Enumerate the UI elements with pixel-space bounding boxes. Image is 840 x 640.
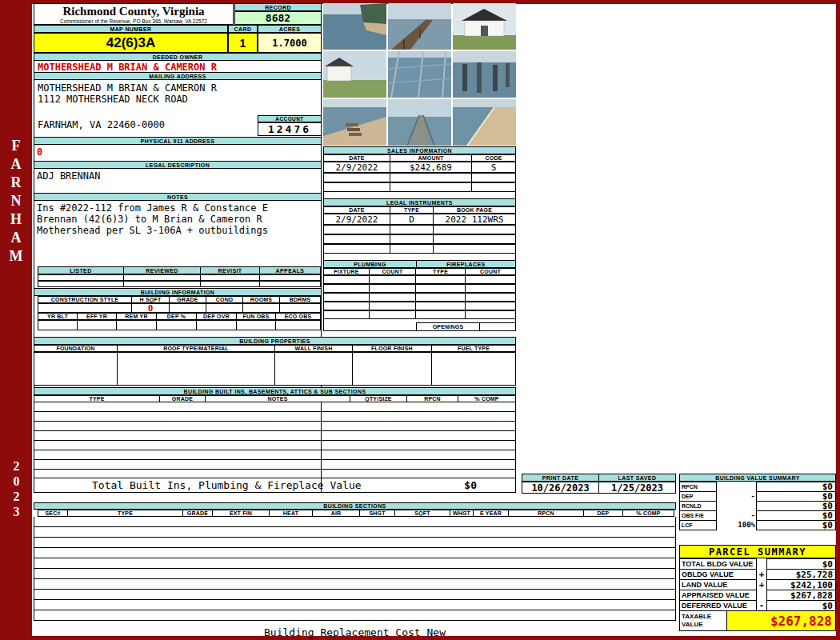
sales-date-header: DATE [323, 154, 390, 162]
physical-911-value: 0 [37, 146, 42, 158]
plumbing-empty-row [323, 302, 516, 310]
mailing-line-3: FARNHAM, VA 22460-0000 [38, 119, 165, 130]
property-photo-9[interactable] [453, 99, 516, 146]
openings-value [479, 322, 516, 331]
sec-num-header: SEC# [38, 510, 68, 517]
instrument-empty-row [323, 225, 516, 234]
acres-value: 1.7000 [258, 33, 322, 53]
record-value: 8682 [234, 11, 322, 25]
section-empty-row [34, 558, 675, 569]
building-sections-rows [34, 517, 676, 621]
acres-label: ACRES [258, 25, 322, 33]
card-year: 2023 [9, 459, 23, 520]
grade-header: GRADE [169, 296, 206, 303]
ext-fin-header: EXT FIN [212, 510, 270, 517]
built-ins-empty-row [34, 431, 515, 441]
property-photo-3[interactable] [453, 3, 516, 50]
e-year-header: E YEAR [473, 510, 509, 517]
property-photo-5[interactable] [388, 51, 451, 98]
bdrms-header: BDRMS [279, 296, 321, 303]
section-type-header: TYPE [67, 510, 183, 517]
sales-information-label: SALES INFORMATION [323, 146, 516, 154]
builtins-notes-header: NOTES [205, 395, 350, 402]
cond-header: COND [206, 296, 243, 303]
parcel-summary: TOTAL BLDG VALUE $0 OBLDG VALUE + $25,72… [679, 558, 836, 631]
instrument-bookpage-value: 2022 112WRS [433, 214, 516, 225]
parcel-row-value: $25,728 [766, 569, 836, 580]
builtins-grade-header: GRADE [159, 395, 206, 402]
sales-amount-header: AMOUNT [390, 154, 472, 162]
sales-amount-value: $242,689 [390, 162, 472, 173]
parcel-row-op: + [756, 579, 767, 590]
parcel-row-label: APPRAISED VALUE [679, 590, 757, 601]
parcel-row-value: $242,100 [766, 579, 836, 590]
property-photo-1[interactable] [323, 3, 386, 50]
heat-header: HEAT [269, 510, 313, 517]
parcel-row-op [756, 590, 767, 601]
account-label: ACCOUNT [258, 115, 322, 122]
whgt-header: WHGT [450, 510, 474, 517]
building-info-empty-row [38, 320, 321, 330]
rooms-header: ROOMS [242, 296, 280, 303]
parcel-summary-label: PARCEL SUMMARY [679, 545, 836, 558]
plumbing-empty-row [323, 275, 516, 284]
built-ins-empty-row [34, 422, 515, 431]
card-label: CARD [228, 25, 258, 33]
legal-instruments-label: LEGAL INSTRUMENTS [323, 198, 516, 206]
mailing-line-2: 1112 MOTHERSHEAD NECK ROAD [38, 94, 188, 105]
sqft-header: SQFT [394, 510, 450, 517]
notes-label: NOTES [34, 193, 322, 201]
last-saved-value: 1/25/2023 [598, 482, 676, 494]
taxable-value-label: TAXABLE VALUE [679, 610, 727, 631]
fireplace-count-header: COUNT [465, 268, 516, 275]
built-ins-empty-row [34, 441, 515, 450]
property-photo-grid [323, 3, 516, 146]
property-photo-2[interactable] [388, 3, 451, 50]
physical-911-label: PHYSICAL 911 ADDRESS [34, 137, 322, 145]
section-empty-row [34, 517, 675, 527]
sales-date-value: 2/9/2022 [323, 162, 390, 173]
deeded-owner-label: DEEDED OWNER [34, 53, 322, 61]
building-information-label: BUILDING INFORMATION [34, 288, 322, 296]
fun-obs-header: FUN OBS [236, 313, 276, 320]
foundation-header: FOUNDATION [34, 345, 118, 352]
eff-yr-header: EFF YR [77, 313, 117, 320]
parcel-row-label: OBLDG VALUE [679, 569, 757, 580]
fireplaces-label: FIREPLACES [416, 260, 516, 268]
map-number-value: 42(6)3A [34, 33, 228, 53]
legal-description-value: ADJ BRENNAN [37, 170, 100, 182]
built-ins-total-value: $0 [464, 479, 477, 491]
built-ins-empty-row [34, 450, 515, 460]
construction-style-value [38, 303, 132, 313]
parcel-row-label: LAND VALUE [679, 579, 757, 590]
map-number-label: MAP NUMBER [34, 25, 228, 33]
instrument-bookpage-header: BOOK PAGE [433, 206, 516, 214]
sales-empty-row [323, 182, 516, 192]
revisit-header: REVISIT [200, 266, 260, 274]
instrument-empty-row [323, 244, 516, 254]
built-ins-total-label: Total Built Ins, Plumbing & Fireplace Va… [92, 479, 362, 491]
property-photo-4[interactable] [323, 51, 386, 98]
built-ins-empty-row [34, 402, 515, 412]
instrument-type-header: TYPE [390, 206, 434, 214]
bvs-row-value: $0 [756, 520, 836, 530]
property-photo-8[interactable] [388, 99, 451, 146]
notes-line-1: Ins #2022-112 from James R & Constance E [37, 202, 268, 214]
dep-ovr-header: DEP OVR [196, 313, 237, 320]
property-photo-7[interactable] [323, 99, 386, 146]
section-dep-header: DEP [583, 510, 623, 517]
hsqft-value: 0 [131, 303, 170, 313]
wall-finish-header: WALL FINISH [274, 345, 353, 352]
building-sections-label: BUILDING SECTIONS [34, 502, 676, 510]
appeals-header: APPEALS [259, 266, 321, 274]
bdrms-value [279, 303, 321, 313]
record-label: RECORD [234, 3, 322, 11]
review-empty-row [38, 274, 321, 281]
listed-header: LISTED [38, 266, 124, 274]
property-photo-6[interactable] [453, 51, 516, 98]
shgt-header: SHGT [359, 510, 395, 517]
parcel-row-value: $0 [766, 558, 836, 570]
section-empty-row [34, 610, 675, 621]
notes-line-3: Mothershead per SL 3-106A + outbuildings [37, 225, 268, 236]
reviewed-header: REVIEWED [123, 266, 201, 274]
